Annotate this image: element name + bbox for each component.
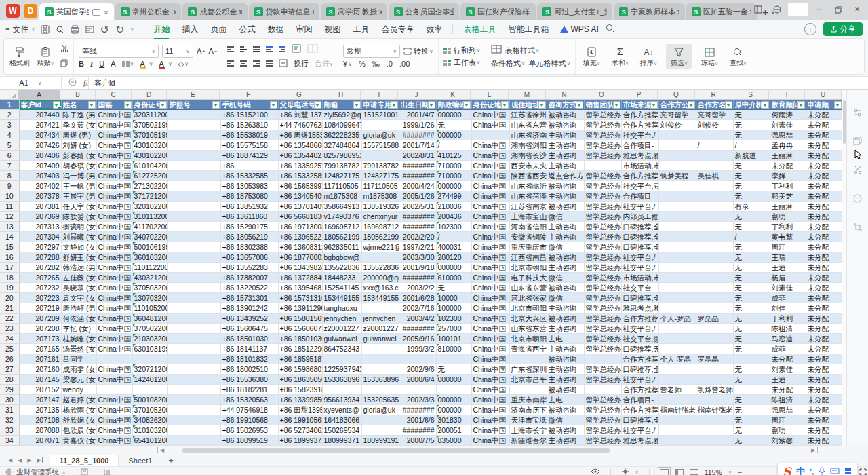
cell[interactable]: 未分配 bbox=[770, 161, 806, 171]
merge-icon-top[interactable] bbox=[307, 43, 318, 56]
cell[interactable] bbox=[167, 171, 220, 181]
cell[interactable]: China中国 bbox=[471, 385, 509, 395]
cell[interactable] bbox=[658, 232, 696, 242]
cell[interactable]: 1999/1/26 bbox=[399, 120, 436, 130]
cell[interactable]: 留学总经办 bbox=[584, 334, 621, 344]
cell[interactable]: 799138782 bbox=[322, 161, 361, 171]
cell[interactable]: China中国 bbox=[471, 263, 509, 273]
cell[interactable] bbox=[167, 324, 220, 334]
cell[interactable]: 凯烁曾老师 bbox=[696, 385, 733, 395]
filter-dropdown-icon[interactable] bbox=[53, 101, 60, 109]
normal-view-icon[interactable] bbox=[660, 469, 669, 475]
align-top-icon[interactable] bbox=[227, 46, 234, 52]
cell[interactable]: 留学总经办 bbox=[584, 110, 621, 120]
insert-function-icon[interactable]: fx bbox=[83, 79, 88, 87]
cell[interactable]: +86 1340540988 bbox=[278, 191, 322, 202]
column-letter-F[interactable]: F bbox=[220, 90, 277, 99]
cell[interactable]: 留学总经办 bbox=[584, 375, 621, 385]
cell[interactable] bbox=[658, 293, 696, 303]
cell[interactable]: 留学总经办 bbox=[584, 242, 621, 252]
cell[interactable]: China中国 bbox=[96, 151, 132, 161]
cell[interactable] bbox=[361, 354, 399, 364]
cell[interactable]: 未分配 bbox=[806, 151, 842, 161]
cell[interactable]: z20001227 bbox=[361, 324, 399, 334]
cell[interactable]: ######## bbox=[399, 212, 436, 222]
cell[interactable] bbox=[167, 242, 220, 252]
column-header[interactable]: 姓名 bbox=[61, 100, 96, 110]
cell[interactable]: 180562199 bbox=[361, 232, 399, 242]
cell[interactable]: wjrme221@ bbox=[361, 242, 399, 252]
document-tab[interactable]: S国任财产保险样本.x bbox=[460, 3, 536, 20]
cell[interactable]: 河南省信阳 bbox=[509, 222, 547, 232]
cell[interactable]: 留学总经办 bbox=[584, 324, 621, 334]
table-style-button[interactable]: 表格样式∨ bbox=[505, 45, 540, 56]
cell[interactable]: 未分配 bbox=[806, 375, 842, 385]
cell[interactable]: 207209 bbox=[19, 314, 61, 324]
cell[interactable]: 207152 bbox=[19, 385, 61, 395]
chevron-down-icon[interactable]: ∨ bbox=[635, 470, 639, 475]
cell[interactable] bbox=[167, 354, 220, 364]
cell[interactable]: 广东省深圳 bbox=[509, 364, 547, 375]
document-tab[interactable]: S成都公积金.xlsx bbox=[182, 3, 247, 20]
column-letter-G[interactable]: G bbox=[277, 90, 321, 99]
cell[interactable]: 未分配 bbox=[806, 273, 842, 283]
cell[interactable] bbox=[167, 303, 220, 314]
font-name-select[interactable]: 等线∨ bbox=[79, 45, 159, 58]
cell[interactable]: 王丽淋 bbox=[770, 202, 806, 212]
horizontal-scrollbar[interactable]: ◀ ▶ bbox=[0, 446, 868, 455]
cell[interactable]: 社交平台,/ bbox=[621, 130, 658, 140]
cell[interactable]: tanghaoxu bbox=[322, 303, 361, 314]
cell[interactable]: 2002/5/31 bbox=[399, 202, 436, 212]
cell[interactable]: 无 bbox=[733, 171, 770, 181]
cell[interactable]: 2003/2/2 bbox=[399, 283, 436, 293]
column-letter-A[interactable]: A bbox=[18, 90, 60, 99]
cell[interactable] bbox=[167, 232, 220, 242]
cell[interactable]: 吴佳祺 bbox=[696, 171, 733, 181]
cell[interactable] bbox=[696, 436, 733, 446]
cell[interactable]: ######## bbox=[399, 324, 436, 334]
cell[interactable]: China中国 bbox=[471, 171, 509, 181]
cell[interactable]: 未分配 bbox=[806, 263, 842, 273]
cell[interactable]: 320311200104077915 bbox=[132, 110, 167, 120]
cell[interactable]: 无 bbox=[733, 181, 770, 191]
cell[interactable]: 200436 bbox=[436, 212, 471, 222]
cell[interactable]: 2005/9/16 bbox=[399, 334, 436, 344]
cell[interactable]: 王丽淋 bbox=[770, 151, 806, 161]
cell[interactable] bbox=[436, 385, 471, 395]
cell[interactable]: 合作方推荐 bbox=[621, 405, 658, 415]
cell[interactable]: 10000 bbox=[436, 293, 471, 303]
cell[interactable] bbox=[658, 263, 696, 273]
cell[interactable]: 2001/4/7 bbox=[399, 110, 436, 120]
cell[interactable]: 610000 bbox=[436, 273, 471, 283]
cell[interactable] bbox=[399, 385, 436, 395]
cell[interactable]: 被动咨询 bbox=[547, 202, 584, 212]
align-bottom-icon[interactable] bbox=[253, 46, 260, 52]
cell[interactable]: 未分配 bbox=[806, 293, 842, 303]
cell[interactable]: 未分配 bbox=[806, 130, 842, 140]
row-number[interactable]: 12 bbox=[0, 212, 19, 222]
cell[interactable]: 无 bbox=[733, 191, 770, 202]
cell[interactable]: 1084099647XXX@163.c bbox=[322, 120, 361, 130]
cell[interactable]: 无 bbox=[733, 415, 770, 425]
cell[interactable]: ######## bbox=[399, 273, 436, 283]
file-menu[interactable]: ≡ 文件 ∨ bbox=[5, 24, 35, 35]
cell[interactable] bbox=[696, 375, 733, 385]
cell[interactable]: 无 bbox=[436, 364, 471, 375]
cell[interactable]: 湖南省浏阳 bbox=[509, 140, 547, 151]
cell[interactable]: / bbox=[436, 140, 471, 151]
cell[interactable]: 2001/7/14 bbox=[399, 140, 436, 151]
cell[interactable]: +86 18753080 bbox=[220, 191, 278, 202]
cell[interactable]: 无 bbox=[733, 324, 770, 334]
cell[interactable]: 韩浩远 (男 bbox=[61, 263, 96, 273]
cell[interactable]: 164183066 bbox=[322, 415, 361, 425]
cell[interactable]: 口碑推荐,无 bbox=[621, 344, 658, 354]
sum-button[interactable]: Σ 求和∨ bbox=[609, 45, 631, 68]
cell[interactable]: 未分配 bbox=[806, 395, 842, 405]
align-middle-icon[interactable] bbox=[240, 46, 247, 52]
cell[interactable]: +86 1573131016 bbox=[278, 293, 322, 303]
cell[interactable] bbox=[696, 303, 733, 314]
cell[interactable]: 个人-罗晶 bbox=[658, 354, 696, 364]
cell[interactable]: 留学总经办 bbox=[584, 140, 621, 151]
cell[interactable]: 安徽省铜陵 bbox=[509, 232, 547, 242]
cell[interactable]: 市场活动,市 bbox=[621, 161, 658, 171]
